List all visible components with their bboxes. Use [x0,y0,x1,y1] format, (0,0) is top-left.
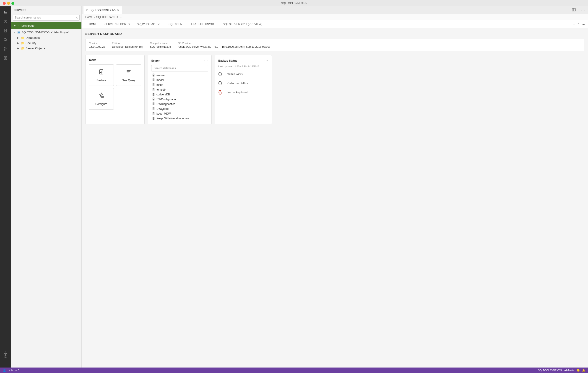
extensions-icon[interactable] [1,54,10,62]
tab-close-icon[interactable]: ✕ [117,9,119,12]
warning-icon: ⚠ [15,369,17,372]
server-search-input[interactable] [13,15,80,21]
new-query-task[interactable]: New Query [116,64,141,86]
server-objects-arrow: ▶ [17,47,20,50]
svg-rect-16 [4,58,5,60]
breadcrumb-server[interactable]: SQLTOOLSVNEXT-5 [96,16,122,19]
svg-point-21 [5,355,6,357]
db-cylinder-icon: 🗄 [152,107,155,110]
tools-group-label: Tools group [20,24,34,27]
list-item[interactable]: 🗄 Keep_WideWorldImporters [151,116,208,121]
sidebar-search-container: ✕ [11,14,81,22]
search-databases-input[interactable] [151,65,208,71]
svg-point-29 [102,96,104,98]
tab-sp-whoisactive[interactable]: SP_WHOISACTIVE [133,20,165,29]
status-server-info: SQLTOOLSVNEXT-5 : <default> [538,369,574,372]
svg-point-11 [4,50,5,50]
new-query-icon [125,68,132,77]
svg-point-30 [102,97,103,98]
backup-widget: Backup Status ⋯ Last Updated: 1:40:48 PM… [215,55,272,124]
db-name: tempdb [157,88,166,91]
restore-task[interactable]: Restore [89,64,114,86]
list-item[interactable]: 🗄 DWConfiguration [151,97,208,102]
version-block: Version 15.0.1000.28 [89,42,105,48]
list-item[interactable]: 🗄 DWDiagnostics [151,102,208,106]
tools-group-arrow: ▼ [14,25,16,27]
tools-group-dot: ✦ [17,25,19,27]
security-arrow: ▶ [17,42,20,44]
search-widget: Search ⋯ 🗄 master 🗄 model [148,55,212,124]
widget-row: Tasks Res [85,55,584,124]
history-icon[interactable] [1,17,10,26]
svg-rect-14 [4,56,5,58]
backup-none-num: 6 [218,89,225,96]
tab-sql-server-2019[interactable]: SQL SERVER 2019 (PREVIEW) [219,20,266,29]
status-errors: ✕ 0 [9,369,12,372]
server-node-label: SQLTOOLSVNEXT-5, <default> (sa) [21,31,70,34]
server-objects-folder-icon: 📁 [21,47,25,50]
tab-flat-file-import[interactable]: FLAT FILE IMPORT [188,20,220,29]
server-node[interactable]: ▼ ▣ SQLTOOLSVNEXT-5, <default> (sa) [11,29,81,35]
nav-add-tab-icon[interactable]: + [573,22,575,27]
more-tabs-icon[interactable]: ⋯ [580,8,586,12]
server-info-more-icon[interactable]: ⋯ [576,42,580,46]
git-icon[interactable] [1,45,10,53]
list-item[interactable]: 🗄 model [151,78,208,82]
list-item[interactable]: 🗄 coriveraDB [151,92,208,97]
search-icon[interactable] [1,36,10,44]
tools-group-item[interactable]: ▼ ✦ Tools group [11,22,81,29]
backup-older24-desc: Older than 24hrs [227,82,248,85]
breadcrumb-home[interactable]: Home [85,16,93,19]
breadcrumb: Home › SQLTOOLSVNEXT-5 [82,14,588,20]
tab-server-reports[interactable]: SERVER REPORTS [101,20,133,29]
db-name: master [157,74,165,77]
computer-name-value: SQLToolsvNext-5 [150,45,171,48]
status-warnings: ⚠ 0 [15,369,19,372]
backup-stat-older24: 0 Older than 24hrs [218,80,268,87]
configure-task[interactable]: Configure [89,88,114,110]
server-objects-label: Server Objects [26,47,45,50]
server-info-bar: Version 15.0.1000.28 Edition Developer E… [85,39,584,51]
tab-sql-agent[interactable]: SQL AGENT [165,20,188,29]
os-version-label: OS Version [178,42,270,44]
nav-more-icon[interactable]: ⋯ [582,22,585,26]
list-item[interactable]: 🗄 msdb [151,82,208,87]
servers-icon[interactable] [1,8,10,16]
os-version-value: rosoft SQL Server vNext (CTP2.0) - 15.0.… [178,45,270,48]
security-folder[interactable]: ▶ 📁 Security [11,40,81,46]
search-clear-icon[interactable]: ✕ [75,16,78,19]
list-item[interactable]: 🗄 tempdb [151,87,208,92]
db-cylinder-icon: 🗄 [152,102,155,106]
maximize-button[interactable] [11,2,14,5]
list-item[interactable]: 🗄 keep_MDW [151,111,208,116]
db-cylinder-icon: 🗄 [152,93,155,96]
server-objects-folder[interactable]: ▶ 📁 Server Objects [11,46,81,51]
nav-tabs: HOME SERVER REPORTS SP_WHOISACTIVE SQL A… [82,20,570,28]
breadcrumb-sep: › [94,16,95,19]
restore-label: Restore [96,79,106,82]
minimize-button[interactable] [7,2,10,5]
active-tab[interactable]: ◻ SQLTOOLSVNEXT-5 ✕ [84,6,122,14]
edition-value: Developer Edition (64-bit) [112,45,143,48]
backup-widget-more-icon[interactable]: ⋯ [264,58,268,63]
db-name: coriveraDB [157,93,170,96]
list-item[interactable]: 🗄 DWQueue [151,106,208,111]
file-icon[interactable] [1,26,10,35]
server-arrow: ▼ [14,31,16,33]
list-item[interactable]: 🗄 master [151,73,208,78]
search-widget-more-icon[interactable]: ⋯ [204,58,208,63]
gear-icon[interactable] [1,352,10,360]
tab-icon: ◻ [86,9,88,12]
db-cylinder-icon: 🗄 [152,74,155,77]
close-button[interactable] [3,2,6,5]
tab-home[interactable]: HOME [85,20,101,29]
status-person-icon: 👤 [3,369,6,372]
split-editor-icon[interactable] [571,8,577,12]
dashboard: SERVER DASHBOARD Version 15.0.1000.28 Ed… [82,28,588,368]
db-name: keep_MDW [157,112,171,115]
collapse-icon[interactable]: ⌃ [577,22,580,26]
tasks-widget-title: Tasks [89,58,141,62]
status-left: 👤 ✕ 0 ⚠ 0 [3,369,19,372]
databases-folder[interactable]: ▶ 📁 Databases [11,35,81,40]
svg-line-9 [6,40,7,41]
